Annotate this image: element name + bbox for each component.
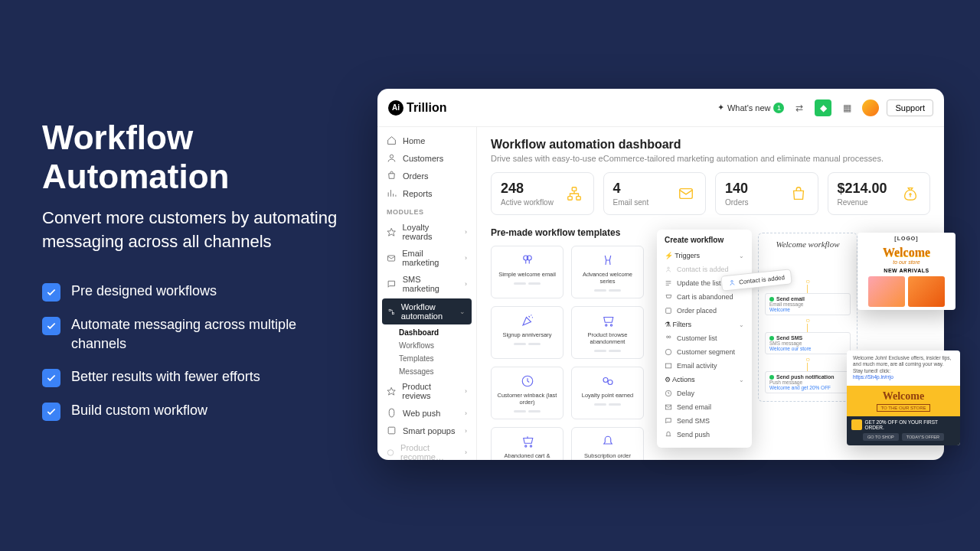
winback-icon	[520, 373, 535, 389]
preview-offer-button[interactable]: TODAY'S OFFER	[902, 433, 944, 441]
template-card[interactable]: Customer winback (last order)	[491, 367, 564, 419]
sparkle-icon: ✦	[717, 103, 724, 112]
workflow-node[interactable]: Send SMSSMS messageWelcome our store	[765, 332, 851, 354]
workflow-node[interactable]: Send push notificationPush messageWelcom…	[765, 371, 851, 393]
workflow-canvas: Welcome workflow ○│ Send emailEmail mess…	[758, 233, 858, 402]
action-item[interactable]: Delay	[657, 386, 752, 400]
template-card[interactable]: Advanced welcome series	[571, 246, 644, 298]
confetti-icon	[520, 313, 535, 328]
trigger-item[interactable]: Cart is abandoned	[657, 290, 752, 304]
page-subtitle: Drive sales with easy-to-use eCommerce-t…	[491, 154, 930, 163]
nav-workflow[interactable]: Workflow automation⌄	[382, 298, 472, 324]
email-preview-2: Welcome John! Exclusive offers, insider …	[847, 350, 960, 445]
svg-rect-2	[388, 255, 395, 260]
cart-icon	[600, 313, 616, 328]
create-title: Create workflow	[657, 236, 752, 249]
bag-icon	[789, 184, 808, 204]
nav-sub-dashboard[interactable]: Dashboard	[377, 326, 476, 339]
preview-shop-button[interactable]: GO TO SHOP	[863, 433, 899, 441]
nav-modules-label: MODULES	[377, 202, 476, 219]
nav-reports[interactable]: Reports	[377, 184, 476, 202]
envelope-icon	[676, 184, 696, 204]
brand-logo[interactable]: Ai Trillion	[388, 100, 446, 116]
nav-customers[interactable]: Customers	[377, 149, 476, 167]
product-image	[868, 276, 905, 307]
stat-card-orders[interactable]: 140Orders	[715, 172, 818, 215]
workflow-node[interactable]: Send emailEmail messageWelcome	[765, 293, 851, 315]
chevron-right-icon: ›	[465, 228, 467, 236]
bell-icon	[600, 434, 616, 449]
chevron-down-icon: ⌄	[739, 253, 744, 259]
nav-home[interactable]: Home	[377, 132, 476, 149]
actions-section[interactable]: ⚙ Actions⌄	[657, 373, 752, 386]
workflow-title: Welcome workflow	[765, 240, 851, 249]
grid-icon[interactable]: ▦	[839, 100, 854, 116]
svg-rect-11	[680, 189, 693, 199]
svg-rect-28	[665, 405, 671, 409]
stat-card-active-workflow[interactable]: 248Active workflow	[491, 172, 594, 215]
whats-new-button[interactable]: ✦ What's new 1	[717, 103, 785, 113]
svg-point-19	[524, 445, 526, 447]
template-card[interactable]: Subscription order reminder	[571, 427, 644, 460]
template-card[interactable]: Signup anniversary	[491, 306, 564, 359]
connector-icon: ○│	[765, 356, 851, 371]
email-preview-1: [LOGO] Welcome to our store NEW ARRIVALS	[858, 233, 956, 310]
stat-card-email-sent[interactable]: 4Email sent	[603, 172, 707, 215]
stats-row: 248Active workflow 4Email sent 140Orders…	[491, 172, 930, 215]
filter-item[interactable]: Customer list	[657, 331, 752, 345]
svg-marker-1	[387, 228, 395, 236]
template-card[interactable]: Abandoned cart & checkout	[491, 427, 564, 460]
svg-rect-8	[572, 187, 577, 191]
nav-sub-messages[interactable]: Messages	[377, 365, 476, 378]
svg-rect-22	[666, 308, 671, 314]
nav-popups[interactable]: Smart popups›	[377, 422, 476, 439]
app-icon[interactable]: ◆	[815, 99, 831, 116]
flowchart-icon	[564, 184, 584, 204]
nav-recommendations[interactable]: Product recomme…›	[377, 439, 476, 460]
svg-marker-5	[387, 387, 395, 395]
action-item[interactable]: Send SMS	[657, 414, 752, 428]
svg-point-14	[605, 324, 606, 326]
chevron-down-icon: ⌄	[459, 308, 466, 315]
nav-reviews[interactable]: Product reviews›	[377, 378, 476, 404]
svg-point-24	[668, 336, 671, 338]
preview-text: Welcome John! Exclusive offers, insider …	[847, 350, 960, 386]
action-item[interactable]: Send email	[657, 400, 752, 414]
preview-logo: [LOGO]	[858, 233, 956, 244]
chevron-right-icon: ›	[465, 427, 467, 435]
filters-section[interactable]: ⚗ Filters⌄	[657, 318, 752, 331]
abandoned-cart-icon	[520, 434, 535, 449]
cheers-icon	[600, 253, 616, 268]
svg-point-7	[387, 449, 394, 455]
filter-item[interactable]: Customer segment	[657, 345, 752, 359]
nav-orders[interactable]: Orders	[377, 167, 476, 184]
svg-point-21	[668, 267, 670, 269]
action-item[interactable]: Send push	[657, 428, 752, 442]
svg-point-20	[530, 445, 531, 447]
stat-card-revenue[interactable]: $214.00Revenue	[828, 172, 931, 215]
triggers-section[interactable]: ⚡ Triggers⌄	[657, 249, 752, 262]
template-card[interactable]: Product browse abandonment	[571, 306, 644, 359]
chevron-right-icon: ›	[465, 448, 467, 456]
nav-email[interactable]: Email marketing›	[377, 245, 476, 271]
nav-sms[interactable]: SMS marketing›	[377, 271, 476, 297]
promo-title: Workflow Automation	[42, 119, 348, 196]
template-card[interactable]: Loyalty point earned	[571, 367, 644, 419]
product-image	[908, 276, 945, 307]
promo-panel: Workflow Automation Convert more custome…	[42, 119, 348, 435]
nav-sub-workflows[interactable]: Workflows	[377, 339, 476, 352]
nav-webpush[interactable]: Web push›	[377, 404, 476, 422]
preview-welcome: Welcome to our store	[858, 244, 956, 266]
avatar[interactable]	[862, 99, 879, 116]
support-button[interactable]: Support	[887, 99, 933, 116]
nav-sub-templates[interactable]: Templates	[377, 352, 476, 365]
chevron-right-icon: ›	[465, 387, 467, 395]
template-card[interactable]: Simple welcome email	[491, 246, 564, 298]
filter-item[interactable]: Email activity	[657, 359, 752, 373]
trigger-item[interactable]: Order placed	[657, 304, 752, 318]
feature-item: Better results with fewer efforts	[42, 367, 348, 387]
whats-new-count: 1	[773, 103, 784, 113]
svg-rect-9	[567, 197, 572, 201]
translate-icon[interactable]: ⇄	[792, 100, 807, 116]
nav-loyalty[interactable]: Loyalty rewards›	[377, 219, 476, 245]
